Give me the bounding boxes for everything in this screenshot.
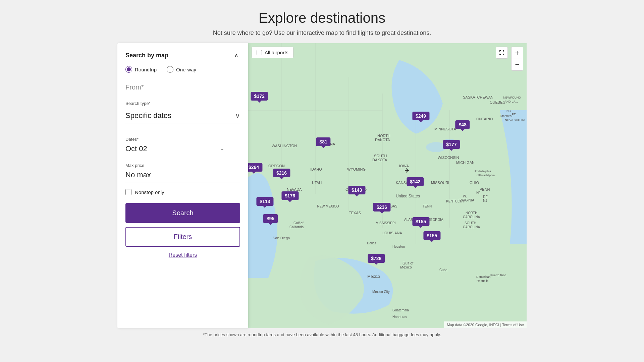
svg-text:NB: NB — [506, 109, 511, 113]
svg-text:TENN: TENN — [423, 204, 432, 208]
all-airports-checkbox[interactable] — [257, 50, 262, 55]
svg-text:LOUISIANA: LOUISIANA — [382, 231, 402, 235]
price-bubble-b155a[interactable]: $155 — [412, 217, 429, 226]
dates-row: - — [125, 144, 240, 156]
collapse-icon[interactable]: ∧ — [232, 51, 240, 59]
price-bubble-b172[interactable]: $172 — [251, 92, 268, 101]
svg-text:Mexico City: Mexico City — [372, 290, 390, 294]
reset-filters-link[interactable]: Reset filters — [125, 252, 240, 258]
oneway-radio[interactable] — [167, 66, 173, 73]
map-controls: All airports — [252, 47, 293, 58]
svg-text:Montreal: Montreal — [500, 114, 512, 118]
nonstop-checkbox[interactable] — [125, 189, 131, 195]
svg-text:IDAHO: IDAHO — [310, 167, 322, 171]
search-button[interactable]: Search — [125, 203, 240, 223]
zoom-controls: + − — [511, 47, 523, 71]
svg-text:Gulf of: Gulf of — [402, 261, 414, 265]
all-airports-label: All airports — [265, 50, 288, 55]
date-start-input[interactable] — [125, 144, 218, 153]
zoom-out-button[interactable]: − — [511, 59, 523, 71]
roundtrip-option[interactable]: Roundtrip — [125, 66, 157, 73]
svg-text:QUEBEC: QUEBEC — [490, 100, 505, 104]
price-bubble-b113[interactable]: $113 — [256, 197, 273, 206]
svg-text:NOVA SCOTIA: NOVA SCOTIA — [505, 118, 525, 122]
search-panel: Search by map ∧ Roundtrip One-way Search… — [117, 43, 248, 328]
page-header: Explore destinations Not sure where to g… — [0, 0, 644, 43]
price-bubble-b177[interactable]: $177 — [443, 140, 460, 149]
page-title: Explore destinations — [0, 10, 644, 26]
zoom-in-button[interactable]: + — [511, 47, 523, 59]
svg-text:WISCONSIN: WISCONSIN — [438, 156, 459, 160]
price-bubble-b728[interactable]: $728 — [368, 254, 385, 263]
price-bubble-b249[interactable]: $249 — [412, 112, 429, 120]
max-price-value[interactable]: No max — [125, 171, 240, 182]
svg-text:NJ: NJ — [476, 191, 480, 195]
from-field-group — [125, 81, 240, 94]
svg-text:CAROLINA: CAROLINA — [463, 225, 480, 229]
svg-text:Mexico: Mexico — [367, 274, 380, 279]
price-bubble-b142[interactable]: $142 — [407, 177, 424, 186]
price-bubble-b48[interactable]: $48 — [455, 120, 470, 129]
svg-text:PE: PE — [512, 113, 516, 116]
svg-text:Dominican: Dominican — [476, 275, 491, 279]
price-bubble-b264[interactable]: $264 — [248, 163, 262, 172]
svg-text:San Diego: San Diego — [273, 236, 290, 240]
svg-text:WYOMING: WYOMING — [347, 167, 366, 171]
footer-disclaimer: *The prices shown are roundtrip fares an… — [203, 328, 441, 341]
price-bubble-b236[interactable]: $236 — [373, 203, 390, 212]
date-end-input[interactable] — [227, 144, 248, 153]
svg-text:MISSISSIPPI: MISSISSIPPI — [376, 221, 395, 225]
from-input[interactable] — [125, 81, 240, 94]
svg-text:California: California — [289, 225, 304, 229]
svg-text:Republic: Republic — [477, 279, 489, 283]
svg-text:✈: ✈ — [405, 167, 410, 174]
svg-text:Cuba: Cuba — [439, 268, 447, 272]
map-svg: SASKATCHEWAN ONTARIO QUEBEC WASHINGTON M… — [248, 43, 527, 328]
svg-text:NEVADA: NEVADA — [287, 187, 302, 191]
map-attribution: Map data ©2020 Google, INEGI | Terms of … — [444, 321, 527, 328]
roundtrip-label: Roundtrip — [135, 67, 157, 72]
price-bubble-b155b[interactable]: $155 — [423, 231, 440, 240]
svg-text:oPhiladelphia: oPhiladelphia — [477, 174, 495, 177]
svg-text:MINNESOTA: MINNESOTA — [434, 127, 456, 131]
all-airports-button[interactable]: All airports — [252, 47, 293, 58]
trip-type-row: Roundtrip One-way — [125, 66, 240, 73]
search-type-label: Search type* — [125, 101, 240, 106]
price-bubble-b95[interactable]: $95 — [263, 214, 278, 223]
page-subtitle: Not sure where to go? Use our interactiv… — [0, 29, 644, 37]
svg-text:Puerto Rico: Puerto Rico — [490, 274, 506, 277]
search-type-select[interactable]: Specific dates Flexible dates — [125, 108, 240, 123]
filters-button[interactable]: Filters — [125, 227, 240, 247]
svg-text:NORTH: NORTH — [466, 211, 477, 215]
svg-text:OREGON: OREGON — [268, 164, 285, 168]
svg-text:OHIO: OHIO — [470, 181, 479, 185]
svg-text:SOUTH: SOUTH — [374, 154, 387, 158]
nonstop-row: Nonstop only — [125, 189, 240, 195]
price-bubble-b143[interactable]: $143 — [348, 186, 365, 194]
oneway-option[interactable]: One-way — [167, 66, 196, 73]
search-type-select-wrapper: Specific dates Flexible dates ∨ — [125, 108, 240, 123]
map-area[interactable]: SASKATCHEWAN ONTARIO QUEBEC WASHINGTON M… — [248, 43, 527, 328]
svg-text:DAKOTA: DAKOTA — [372, 158, 387, 162]
search-type-group: Search type* Specific dates Flexible dat… — [125, 101, 240, 130]
svg-text:Guatemala: Guatemala — [392, 308, 409, 312]
price-bubble-b81[interactable]: $81 — [316, 137, 330, 146]
fullscreen-icon — [499, 50, 504, 55]
svg-text:PENN: PENN — [480, 187, 490, 191]
fullscreen-button[interactable] — [496, 47, 508, 59]
svg-text:TEXAS: TEXAS — [349, 211, 361, 215]
roundtrip-radio[interactable] — [125, 66, 132, 73]
svg-text:SOUTH: SOUTH — [465, 221, 476, 225]
svg-text:Houston: Houston — [392, 245, 405, 248]
price-bubble-b216[interactable]: $216 — [273, 169, 290, 177]
svg-text:CAROLINA: CAROLINA — [463, 215, 480, 219]
search-panel-header: Search by map ∧ — [125, 51, 240, 59]
svg-text:Philadelphia: Philadelphia — [475, 170, 491, 173]
svg-text:SASKATCHEWAN: SASKATCHEWAN — [463, 95, 493, 99]
dates-section: Dates* - — [125, 137, 240, 156]
svg-text:DAKOTA: DAKOTA — [375, 138, 390, 142]
svg-text:Gulf of: Gulf of — [293, 221, 304, 225]
svg-text:ONTARIO: ONTARIO — [476, 117, 493, 121]
price-bubble-b176[interactable]: $176 — [281, 191, 299, 200]
svg-text:AND LA...: AND LA... — [504, 100, 518, 103]
